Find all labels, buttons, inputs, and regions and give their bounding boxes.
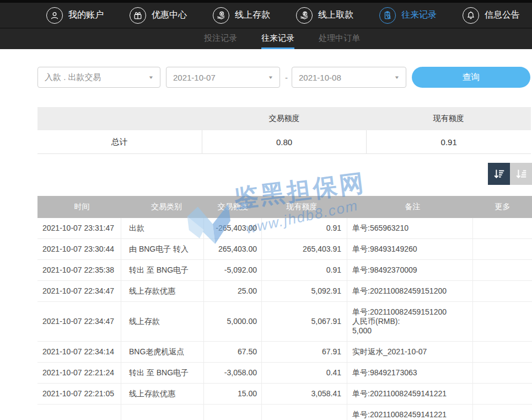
search-button[interactable]: 查询	[412, 67, 530, 88]
cell-more	[473, 260, 532, 280]
cell-amount: 15.00	[204, 384, 262, 404]
cell-remark: 单号:565963210	[347, 218, 473, 238]
user-icon	[46, 7, 63, 24]
cell-amount: 25.00	[204, 281, 262, 301]
cell-amount: 5,000.00	[204, 302, 262, 341]
sort-descending-icon	[492, 167, 506, 180]
cell-remark: 单号:202110082459151200人民币(RMB):5,000	[347, 302, 473, 341]
table-row: 2021-10-07 22:21:05线上存款3,000.003,043.41单…	[37, 405, 532, 420]
date-from-select[interactable]: 2021-10-07 ▼	[166, 67, 280, 88]
cell-remark: 单号:98492173063	[347, 363, 473, 383]
cell-amount: -5,092.00	[204, 260, 262, 280]
header-amount: 交易额度	[204, 196, 262, 218]
cell-time: 2021-10-07 22:34:14	[37, 342, 121, 362]
cell-time: 2021-10-07 23:30:44	[37, 239, 121, 259]
cell-type: 转出 至 BNG电子	[121, 363, 204, 383]
table-row: 2021-10-07 22:21:05线上存款优惠15.003,058.41单号…	[37, 384, 532, 405]
nav-item-label: 往来记录	[401, 9, 437, 21]
cell-time: 2021-10-07 22:21:05	[37, 405, 121, 420]
withdraw-icon	[296, 7, 313, 24]
cell-more	[473, 363, 532, 383]
cell-balance: 67.91	[262, 342, 347, 362]
cell-remark: 单号:98492370009	[347, 260, 473, 280]
table-row: 2021-10-07 22:34:47线上存款优惠25.005,092.91单号…	[37, 281, 532, 302]
transactions-table: 时间 交易类别 交易额度 现有额度 备注 更多 2021-10-07 23:31…	[37, 196, 532, 420]
sub-nav: 投注记录 往来记录 处理中订单	[0, 29, 532, 49]
summary-header-balance: 现有额度	[367, 107, 531, 130]
header-more: 更多	[473, 196, 532, 218]
nav-item-records[interactable]: 往来记录	[379, 7, 437, 24]
cell-balance: 0.41	[262, 363, 347, 383]
cell-amount: 265,403.00	[204, 239, 262, 259]
table-row: 2021-10-07 23:30:44由 BNG电子 转入265,403.002…	[37, 239, 532, 260]
nav-item-label: 我的账户	[68, 9, 104, 21]
summary-table: 交易额度 现有额度 总计 0.80 0.91	[37, 107, 531, 154]
sort-descending-button[interactable]	[488, 163, 510, 185]
nav-item-promotions[interactable]: 优惠中心	[130, 7, 187, 24]
cell-balance: 5,092.91	[262, 281, 347, 301]
cell-type: 转出 至 BNG电子	[121, 260, 204, 280]
records-icon	[379, 7, 396, 24]
tab-transaction-records[interactable]: 往来记录	[261, 29, 294, 49]
cell-type: 线上存款	[121, 302, 204, 341]
nav-item-label: 线上取款	[318, 9, 353, 21]
transaction-type-select[interactable]: 入款 . 出款交易 ▼	[37, 67, 160, 88]
nav-item-my-account[interactable]: 我的账户	[46, 7, 104, 24]
sort-ascending-icon	[514, 167, 528, 180]
table-row: 2021-10-07 22:35:38转出 至 BNG电子-5,092.000.…	[37, 260, 532, 281]
nav-item-withdraw[interactable]: 线上取款	[296, 7, 353, 24]
summary-total-row: 总计 0.80 0.91	[37, 130, 531, 154]
tab-betting-records[interactable]: 投注记录	[204, 29, 237, 49]
sort-ascending-button[interactable]	[510, 163, 532, 185]
cell-more	[473, 405, 532, 420]
cell-remark: 单号:202110082459141221人民币(RMB):3,000	[347, 405, 473, 420]
cell-type: 线上存款优惠	[121, 384, 204, 404]
header-type: 交易类别	[121, 196, 204, 218]
summary-header-empty	[37, 107, 202, 130]
cell-amount: 3,000.00	[204, 405, 262, 420]
cell-more	[473, 281, 532, 301]
cell-balance: 3,043.41	[262, 405, 347, 420]
date-to-select[interactable]: 2021-10-08 ▼	[292, 67, 406, 88]
gift-icon	[130, 7, 146, 24]
tab-processing-orders[interactable]: 处理中订单	[319, 29, 360, 49]
content-area: 入款 . 出款交易 ▼ 2021-10-07 ▼ - 2021-10-08 ▼ …	[0, 67, 532, 420]
deposit-icon	[213, 7, 229, 24]
nav-item-label: 线上存款	[235, 9, 270, 21]
chevron-down-icon: ▼	[394, 75, 400, 80]
table-row: 2021-10-07 23:31:47出款-265,403.000.91单号:5…	[37, 218, 532, 239]
main-nav: 我的账户 优惠中心 线上存款 线上取款 往来记录	[0, 3, 532, 29]
summary-total-label: 总计	[37, 130, 202, 153]
cell-time: 2021-10-07 22:21:24	[37, 363, 121, 383]
cell-amount: -265,403.00	[204, 218, 262, 238]
nav-item-label: 信息公告	[485, 9, 520, 21]
date-range-separator: -	[285, 73, 288, 82]
bell-icon	[463, 7, 479, 24]
cell-balance: 5,067.91	[262, 302, 347, 341]
nav-item-deposit[interactable]: 线上存款	[213, 7, 270, 24]
cell-type: 线上存款优惠	[121, 281, 204, 301]
table-row: 2021-10-07 22:21:24转出 至 BNG电子-3,058.000.…	[37, 363, 532, 384]
cell-remark: 单号:202110082459141221	[347, 384, 473, 404]
cell-remark: 实时返水_2021-10-07	[347, 342, 473, 362]
cell-time: 2021-10-07 22:35:38	[37, 260, 121, 280]
cell-more	[473, 302, 532, 341]
cell-balance: 0.91	[262, 260, 347, 280]
nav-item-announcements[interactable]: 信息公告	[463, 7, 520, 24]
table-row: 2021-10-07 22:34:47线上存款5,000.005,067.91单…	[37, 302, 532, 342]
header-time: 时间	[37, 196, 121, 218]
chevron-down-icon: ▼	[148, 75, 154, 80]
cell-type: 线上存款	[121, 405, 204, 420]
cell-time: 2021-10-07 22:34:47	[37, 302, 121, 341]
cell-more	[473, 384, 532, 404]
header-remark: 备注	[347, 196, 473, 218]
table-header-row: 时间 交易类别 交易额度 现有额度 备注 更多	[37, 196, 532, 218]
cell-more	[473, 239, 532, 259]
cell-remark: 单号:202110082459151200	[347, 281, 473, 301]
cell-time: 2021-10-07 22:21:05	[37, 384, 121, 404]
date-from-value: 2021-10-07	[173, 73, 216, 82]
cell-type: 由 BNG电子 转入	[121, 239, 204, 259]
cell-more	[473, 218, 532, 238]
transactions-body: 2021-10-07 23:31:47出款-265,403.000.91单号:5…	[37, 218, 532, 420]
cell-more	[473, 342, 532, 362]
